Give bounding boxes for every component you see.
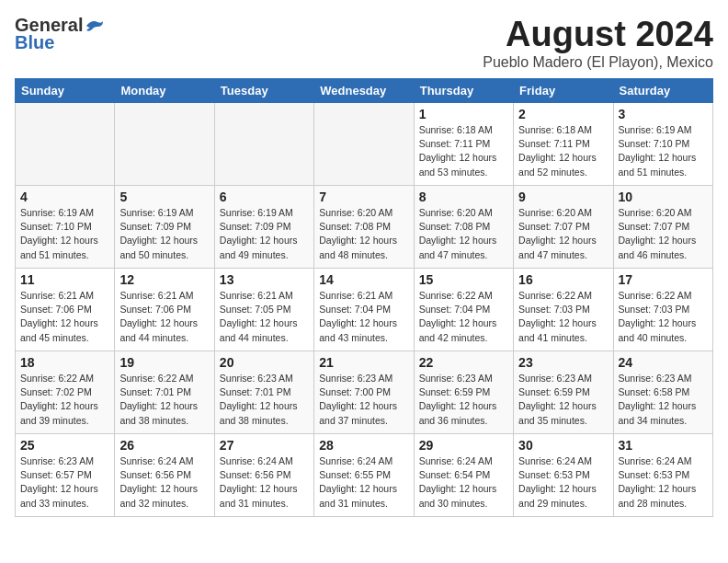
day-info: Sunrise: 6:24 AMSunset: 6:54 PMDaylight:… [419, 454, 508, 511]
calendar-week-4: 18Sunrise: 6:22 AMSunset: 7:02 PMDayligh… [16, 351, 713, 434]
day-info: Sunrise: 6:18 AMSunset: 7:11 PMDaylight:… [419, 123, 508, 179]
day-number: 11 [20, 272, 109, 287]
day-number: 18 [20, 355, 109, 370]
calendar-cell: 13Sunrise: 6:21 AMSunset: 7:05 PMDayligh… [214, 269, 313, 351]
day-number: 16 [518, 272, 608, 287]
calendar-cell: 19Sunrise: 6:22 AMSunset: 7:01 PMDayligh… [115, 351, 214, 434]
day-info: Sunrise: 6:24 AMSunset: 6:56 PMDaylight:… [220, 454, 309, 511]
calendar-cell: 9Sunrise: 6:20 AMSunset: 7:07 PMDaylight… [514, 186, 613, 269]
calendar-cell: 26Sunrise: 6:24 AMSunset: 6:56 PMDayligh… [115, 434, 214, 517]
day-info: Sunrise: 6:21 AMSunset: 7:06 PMDaylight:… [119, 289, 209, 345]
day-info: Sunrise: 6:23 AMSunset: 6:59 PMDaylight:… [518, 372, 608, 428]
calendar-cell [314, 103, 414, 186]
col-saturday: Saturday [613, 79, 712, 103]
calendar-cell: 29Sunrise: 6:24 AMSunset: 6:54 PMDayligh… [414, 434, 513, 517]
calendar-cell: 21Sunrise: 6:23 AMSunset: 7:00 PMDayligh… [314, 351, 414, 434]
day-info: Sunrise: 6:22 AMSunset: 7:03 PMDaylight:… [619, 289, 708, 345]
calendar-week-2: 4Sunrise: 6:19 AMSunset: 7:10 PMDaylight… [16, 186, 713, 269]
day-number: 19 [119, 355, 209, 370]
col-tuesday: Tuesday [214, 79, 313, 103]
day-number: 6 [220, 190, 309, 204]
calendar-cell: 30Sunrise: 6:24 AMSunset: 6:53 PMDayligh… [514, 434, 613, 517]
day-number: 30 [518, 438, 608, 453]
col-sunday: Sunday [16, 79, 115, 103]
day-info: Sunrise: 6:23 AMSunset: 6:59 PMDaylight:… [419, 372, 508, 428]
col-monday: Monday [115, 79, 214, 103]
calendar-cell: 31Sunrise: 6:24 AMSunset: 6:53 PMDayligh… [613, 434, 712, 517]
calendar-cell [115, 103, 214, 186]
day-info: Sunrise: 6:20 AMSunset: 7:08 PMDaylight:… [319, 206, 408, 262]
calendar-cell: 11Sunrise: 6:21 AMSunset: 7:06 PMDayligh… [16, 269, 115, 351]
day-number: 8 [419, 190, 508, 204]
title-block: August 2024 Pueblo Madero (El Playon), M… [483, 15, 713, 71]
calendar-week-5: 25Sunrise: 6:23 AMSunset: 6:57 PMDayligh… [16, 434, 713, 517]
day-number: 14 [319, 272, 408, 287]
day-number: 24 [619, 355, 708, 370]
calendar-cell: 15Sunrise: 6:22 AMSunset: 7:04 PMDayligh… [414, 269, 513, 351]
col-friday: Friday [514, 79, 613, 103]
calendar-cell: 17Sunrise: 6:22 AMSunset: 7:03 PMDayligh… [613, 269, 712, 351]
calendar-cell: 24Sunrise: 6:23 AMSunset: 6:58 PMDayligh… [613, 351, 712, 434]
day-number: 4 [20, 190, 109, 204]
day-number: 23 [518, 355, 608, 370]
day-number: 15 [419, 272, 508, 287]
month-title: August 2024 [483, 15, 713, 54]
header-row: Sunday Monday Tuesday Wednesday Thursday… [16, 79, 713, 103]
calendar-cell: 5Sunrise: 6:19 AMSunset: 7:09 PMDaylight… [115, 186, 214, 269]
day-info: Sunrise: 6:23 AMSunset: 6:58 PMDaylight:… [619, 372, 708, 428]
calendar-cell: 12Sunrise: 6:21 AMSunset: 7:06 PMDayligh… [115, 269, 214, 351]
calendar-cell: 27Sunrise: 6:24 AMSunset: 6:56 PMDayligh… [214, 434, 313, 517]
calendar-cell: 6Sunrise: 6:19 AMSunset: 7:09 PMDaylight… [214, 186, 313, 269]
day-number: 5 [119, 190, 209, 204]
day-info: Sunrise: 6:19 AMSunset: 7:10 PMDaylight:… [619, 123, 708, 179]
col-thursday: Thursday [414, 79, 513, 103]
calendar-cell: 1Sunrise: 6:18 AMSunset: 7:11 PMDaylight… [414, 103, 513, 186]
day-number: 20 [220, 355, 309, 370]
day-number: 27 [220, 438, 309, 453]
day-number: 21 [319, 355, 408, 370]
day-info: Sunrise: 6:24 AMSunset: 6:56 PMDaylight:… [119, 454, 209, 511]
day-number: 22 [419, 355, 508, 370]
day-info: Sunrise: 6:21 AMSunset: 7:05 PMDaylight:… [220, 289, 309, 345]
calendar-week-3: 11Sunrise: 6:21 AMSunset: 7:06 PMDayligh… [16, 269, 713, 351]
col-wednesday: Wednesday [314, 79, 414, 103]
calendar-cell: 22Sunrise: 6:23 AMSunset: 6:59 PMDayligh… [414, 351, 513, 434]
calendar-cell [214, 103, 313, 186]
day-number: 29 [419, 438, 508, 453]
day-info: Sunrise: 6:24 AMSunset: 6:55 PMDaylight:… [319, 454, 408, 511]
day-info: Sunrise: 6:23 AMSunset: 7:01 PMDaylight:… [220, 372, 309, 428]
calendar-cell: 8Sunrise: 6:20 AMSunset: 7:08 PMDaylight… [414, 186, 513, 269]
day-info: Sunrise: 6:23 AMSunset: 6:57 PMDaylight:… [20, 454, 109, 511]
day-info: Sunrise: 6:20 AMSunset: 7:07 PMDaylight:… [518, 206, 608, 262]
day-number: 31 [619, 438, 708, 453]
calendar-cell: 18Sunrise: 6:22 AMSunset: 7:02 PMDayligh… [16, 351, 115, 434]
day-number: 13 [220, 272, 309, 287]
calendar-cell: 3Sunrise: 6:19 AMSunset: 7:10 PMDaylight… [613, 103, 712, 186]
calendar-cell [16, 103, 115, 186]
calendar-week-1: 1Sunrise: 6:18 AMSunset: 7:11 PMDaylight… [16, 103, 713, 186]
day-number: 9 [518, 190, 608, 204]
calendar-table: Sunday Monday Tuesday Wednesday Thursday… [15, 78, 713, 517]
calendar-cell: 2Sunrise: 6:18 AMSunset: 7:11 PMDaylight… [514, 103, 613, 186]
day-info: Sunrise: 6:21 AMSunset: 7:04 PMDaylight:… [319, 289, 408, 345]
calendar-cell: 10Sunrise: 6:20 AMSunset: 7:07 PMDayligh… [613, 186, 712, 269]
day-info: Sunrise: 6:22 AMSunset: 7:01 PMDaylight:… [119, 372, 209, 428]
day-number: 2 [518, 107, 608, 121]
day-number: 12 [119, 272, 209, 287]
calendar-cell: 4Sunrise: 6:19 AMSunset: 7:10 PMDaylight… [16, 186, 115, 269]
calendar-cell: 14Sunrise: 6:21 AMSunset: 7:04 PMDayligh… [314, 269, 414, 351]
day-info: Sunrise: 6:19 AMSunset: 7:09 PMDaylight:… [220, 206, 309, 262]
calendar-cell: 20Sunrise: 6:23 AMSunset: 7:01 PMDayligh… [214, 351, 313, 434]
day-info: Sunrise: 6:18 AMSunset: 7:11 PMDaylight:… [518, 123, 608, 179]
day-info: Sunrise: 6:23 AMSunset: 7:00 PMDaylight:… [319, 372, 408, 428]
day-number: 28 [319, 438, 408, 453]
day-info: Sunrise: 6:22 AMSunset: 7:04 PMDaylight:… [419, 289, 508, 345]
logo-bird-icon [85, 17, 105, 34]
logo-blue-text: Blue [15, 32, 54, 53]
day-number: 3 [619, 107, 708, 121]
day-number: 26 [119, 438, 209, 453]
day-info: Sunrise: 6:22 AMSunset: 7:02 PMDaylight:… [20, 372, 109, 428]
day-info: Sunrise: 6:20 AMSunset: 7:08 PMDaylight:… [419, 206, 508, 262]
calendar-cell: 7Sunrise: 6:20 AMSunset: 7:08 PMDaylight… [314, 186, 414, 269]
day-info: Sunrise: 6:21 AMSunset: 7:06 PMDaylight:… [20, 289, 109, 345]
